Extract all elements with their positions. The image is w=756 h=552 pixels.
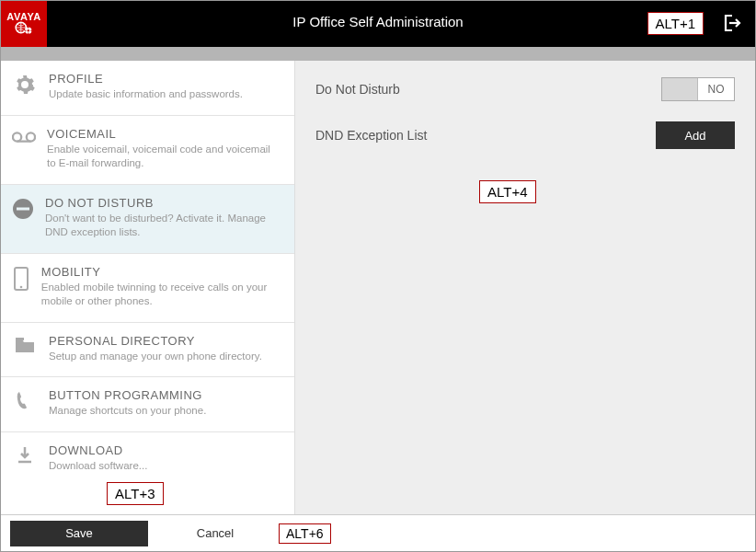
cancel-button[interactable]: Cancel	[155, 521, 275, 546]
sidebar-item-title: VOICEMAIL	[47, 127, 281, 141]
sidebar-item-dnd[interactable]: DO NOT DISTURB Don't want to be disturbe…	[1, 185, 294, 254]
dnd-icon	[12, 196, 34, 240]
globe-gear-icon	[15, 20, 33, 38]
sidebar: PROFILE Update basic information and pas…	[1, 61, 295, 514]
sidebar-item-desc: Setup and manage your own phone director…	[49, 350, 262, 364]
main-panel: Do Not Disturb NO DND Exception List Add…	[295, 61, 755, 514]
add-button[interactable]: Add	[656, 121, 735, 149]
title-bar: AVAYA IP Office Self Administration ALT+…	[1, 1, 755, 47]
hint-alt-6: ALT+6	[279, 523, 331, 544]
sidebar-item-button-prog[interactable]: BUTTON PROGRAMMING Manage shortcuts on y…	[1, 377, 294, 432]
toggle-value: NO	[698, 78, 734, 100]
sidebar-item-desc: Don't want to be disturbed? Activate it.…	[45, 212, 281, 240]
sidebar-item-directory[interactable]: PERSONAL DIRECTORY Setup and manage your…	[1, 323, 294, 378]
toggle-knob	[662, 78, 698, 100]
sidebar-item-desc: Update basic information and passwords.	[49, 87, 243, 102]
dnd-row: Do Not Disturb NO	[315, 77, 735, 101]
sidebar-item-profile[interactable]: PROFILE Update basic information and pas…	[1, 61, 294, 116]
svg-rect-14	[16, 338, 24, 340]
sidebar-item-title: DO NOT DISTURB	[45, 196, 281, 210]
footer: Save Cancel ALT+6	[1, 514, 755, 551]
body: PROFILE Update basic information and pas…	[1, 61, 755, 514]
sidebar-item-download[interactable]: DOWNLOAD Download software...	[1, 432, 294, 487]
dnd-label: Do Not Disturb	[315, 82, 400, 97]
sidebar-item-title: DOWNLOAD	[49, 443, 147, 457]
gear-icon	[12, 72, 38, 102]
svg-point-8	[27, 132, 35, 141]
svg-rect-11	[17, 207, 29, 210]
handset-icon	[12, 388, 38, 419]
sidebar-item-mobility[interactable]: MOBILITY Enabled mobile twinning to rece…	[1, 254, 294, 323]
save-button[interactable]: Save	[10, 521, 148, 546]
sidebar-item-title: PROFILE	[49, 72, 243, 86]
exception-label: DND Exception List	[315, 128, 427, 143]
separator-bar	[1, 47, 755, 61]
sidebar-item-desc: Manage shortcuts on your phone.	[49, 404, 206, 419]
hint-alt-1: ALT+1	[647, 12, 704, 35]
folder-icon	[12, 334, 38, 364]
sidebar-item-desc: Enabled mobile twinning to receive calls…	[41, 281, 281, 309]
sidebar-item-title: PERSONAL DIRECTORY	[49, 334, 262, 348]
hint-alt-4: ALT+4	[479, 180, 536, 203]
voicemail-icon	[12, 127, 36, 171]
hint-alt-3: ALT+3	[107, 482, 164, 505]
svg-point-13	[20, 285, 23, 288]
sidebar-item-desc: Download software...	[49, 459, 147, 474]
svg-point-2	[28, 29, 29, 31]
svg-point-7	[13, 132, 21, 141]
phone-icon	[12, 265, 30, 309]
exception-row: DND Exception List Add	[315, 121, 735, 149]
download-icon	[12, 443, 38, 474]
logo: AVAYA	[1, 1, 47, 47]
page-title: IP Office Self Administration	[292, 14, 463, 29]
sidebar-item-desc: Enable voicemail, voicemail code and voi…	[47, 143, 281, 171]
sidebar-item-voicemail[interactable]: VOICEMAIL Enable voicemail, voicemail co…	[1, 116, 294, 185]
app-window: AVAYA IP Office Self Administration ALT+…	[0, 0, 756, 552]
dnd-toggle[interactable]: NO	[661, 77, 735, 101]
sidebar-item-title: MOBILITY	[41, 265, 281, 279]
sidebar-item-title: BUTTON PROGRAMMING	[49, 388, 206, 402]
logout-icon[interactable]	[720, 12, 742, 37]
